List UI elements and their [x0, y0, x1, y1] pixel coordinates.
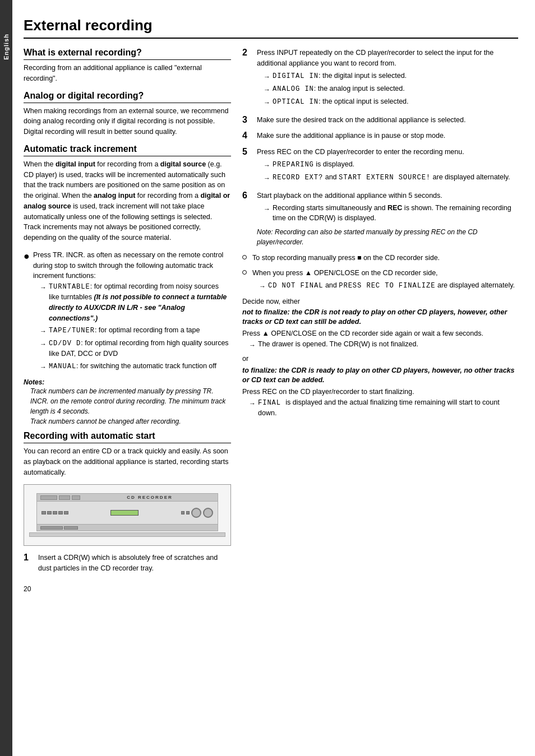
bullet-list: ● Press TR. INCR. as often as necessary … [24, 250, 231, 374]
arrow-drawer-opened: → The drawer is opened. The CDR(W) is no… [249, 339, 518, 350]
arrow-icon: → [264, 85, 270, 95]
cd-not-final-text: CD NOT FINAL and PRESS REC TO FINALIZE a… [268, 280, 515, 291]
two-column-layout: What is external recording? Recording fr… [24, 48, 518, 593]
arrow-icon: → [40, 282, 47, 293]
notes-body: Track numbers can be incremented manuall… [30, 386, 231, 426]
tr-incr-text: Press TR. INCR. as often as necessary on… [33, 251, 224, 280]
open-close-arrows: → CD NOT FINAL and PRESS REC TO FINALIZE… [252, 280, 518, 291]
stop-text: To stop recording manually press ■ on th… [252, 254, 440, 262]
decide-finalize: to finalize: the CDR is ready to play on… [242, 366, 518, 419]
step-6: 6 Start playback on the additional appli… [242, 191, 518, 247]
step-6-note: Note: Recording can also be started manu… [257, 227, 518, 247]
step-6-arrows: → Recording starts simultaneously and RE… [257, 203, 518, 224]
analog-digital-text: When making recordings from an external … [24, 106, 231, 137]
note-2: Track numbers cannot be changed after re… [30, 416, 231, 426]
cd-recorder-image: CD RECORDER [24, 484, 231, 546]
bullet-content-tr-incr: Press TR. INCR. as often as necessary on… [33, 250, 231, 374]
step-2-content: Press INPUT repeatedly on the CD player/… [257, 48, 518, 109]
step-5-arrows: → PREPARING is displayed. → RECORD EXT? … [257, 159, 518, 183]
step-3-text: Make sure the desired track on the addit… [257, 116, 465, 124]
step-4-num: 4 [242, 131, 252, 141]
arrow-icon: → [264, 98, 270, 108]
step-5-content: Press REC on the CD player/recorder to e… [257, 147, 518, 185]
arrow-icon: → [264, 160, 270, 170]
auto-start-text: You can record an entire CD or a track q… [24, 446, 231, 477]
step-2-num: 2 [242, 48, 252, 58]
step-5-num: 5 [242, 147, 252, 157]
arrow-icon: → [249, 340, 256, 350]
page-container: English External recording What is exter… [0, 0, 535, 756]
step-6-num: 6 [242, 191, 252, 201]
arrow-tape-tuner: → TAPE/TUNER: for optimal recording from… [40, 325, 231, 336]
finalize-body-1: Press REC on the CD player/recorder to s… [242, 388, 518, 396]
note-1: Track numbers can be incremented manuall… [30, 386, 231, 416]
step-3: 3 Make sure the desired track on the add… [242, 115, 518, 126]
arrow-icon: → [264, 173, 270, 183]
turntable-text: TURNTABLE: for optimal recording from no… [49, 281, 231, 323]
arrow-icon: → [264, 72, 270, 82]
analog-in-text: ANALOG IN: the analog input is selected. [273, 84, 405, 94]
arrow-icon: → [249, 398, 256, 409]
open-close-text: When you press ▲ OPEN/CLOSE on the CD re… [252, 269, 438, 277]
arrow-cd-not-final: → CD NOT FINAL and PRESS REC TO FINALIZE… [259, 280, 518, 291]
preparing-text: PREPARING is displayed. [273, 159, 354, 170]
sidebar: English [0, 0, 12, 756]
what-is-text: Recording from an additional appliance i… [24, 63, 231, 84]
arrow-icon: → [40, 339, 47, 349]
section-title-auto-track: Automatic track increment [24, 144, 231, 156]
section-title-auto-start: Recording with automatic start [24, 431, 231, 443]
arrow-icon: → [259, 281, 266, 291]
arrow-digital-in: → DIGITAL IN: the digital input is selec… [264, 71, 518, 82]
finalize-heading: to finalize: the CDR is ready to play on… [242, 366, 518, 386]
step-5-text: Press REC on the CD player/recorder to e… [257, 148, 464, 156]
page-title: External recording [24, 17, 518, 39]
recording-starts-text: Recording starts simultaneously and REC … [273, 203, 518, 224]
notes-title: Notes: [24, 378, 231, 386]
right-column: 2 Press INPUT repeatedly on the CD playe… [242, 48, 518, 593]
step-2: 2 Press INPUT repeatedly on the CD playe… [242, 48, 518, 109]
main-content: External recording What is external reco… [12, 0, 535, 756]
manual-text: MANUAL: for switching the automatic trac… [49, 361, 216, 372]
section-body-auto-track: When the digital input for recording fro… [24, 159, 231, 243]
digital-in-text: DIGITAL IN: the digital input is selecte… [273, 71, 407, 81]
arrow-icon: → [40, 362, 47, 372]
cd-recorder-label: CD RECORDER [82, 495, 218, 500]
arrow-optical-in: → OPTICAL IN: the optical input is selec… [264, 96, 518, 108]
step-3-content: Make sure the desired track on the addit… [257, 115, 518, 126]
bullet-item-tr-incr: ● Press TR. INCR. as often as necessary … [24, 250, 231, 374]
step-6-text: Start playback on the additional applian… [257, 192, 442, 200]
section-body-what-is: Recording from an additional appliance i… [24, 63, 231, 84]
step-5: 5 Press REC on the CD player/recorder to… [242, 147, 518, 185]
step-2-arrows: → DIGITAL IN: the digital input is selec… [257, 71, 518, 108]
open-bullet-stop: To stop recording manually press ■ on th… [242, 253, 518, 263]
cd-dvd-text: CD/DV D: for optimal recording from high… [49, 338, 231, 359]
section-title-analog-digital: Analog or digital recording? [24, 91, 231, 103]
step-4: 4 Make sure the additional appliance is … [242, 131, 518, 141]
arrow-turntable: → TURNTABLE: for optimal recording from … [40, 281, 231, 323]
step-1-text: Insert a CDR(W) which is absolutely free… [38, 554, 218, 572]
section-body-analog-digital: When making recordings from an external … [24, 106, 231, 137]
drawer-opened-text: The drawer is opened. The CDR(W) is not … [258, 339, 418, 350]
step-3-num: 3 [242, 115, 252, 125]
open-bullet-icon [242, 270, 247, 275]
arrow-record-ext: → RECORD EXT? and START EXTERN SOURCE! a… [264, 172, 518, 183]
open-bullet-open-close-content: When you press ▲ OPEN/CLOSE on the CD re… [252, 268, 518, 293]
step-1-content: Insert a CDR(W) which is absolutely free… [38, 553, 231, 574]
not-finalize-body-1: Press ▲ OPEN/CLOSE on the CD recorder si… [242, 330, 518, 337]
open-bullet-open-close: When you press ▲ OPEN/CLOSE on the CD re… [242, 268, 518, 293]
notes-section: Notes: Track numbers can be incremented … [24, 378, 231, 426]
arrow-manual: → MANUAL: for switching the automatic tr… [40, 361, 231, 372]
arrow-analog-in: → ANALOG IN: the analog input is selecte… [264, 84, 518, 95]
auto-track-intro: When the digital input for recording fro… [24, 159, 231, 243]
arrow-final: → FINAL is displayed and the actual fina… [249, 397, 518, 419]
arrow-icon: → [40, 326, 47, 336]
not-finalize-heading: not to finalize: the CDR is not ready to… [242, 308, 518, 327]
section-body-auto-start: You can record an entire CD or a track q… [24, 446, 231, 477]
page-number: 20 [24, 585, 231, 593]
section-title-what-is: What is external recording? [24, 48, 231, 60]
step-4-content: Make sure the additional appliance is in… [257, 131, 518, 141]
open-bullet-icon [242, 255, 247, 259]
arrow-preparing: → PREPARING is displayed. [264, 159, 518, 170]
step-4-text: Make sure the additional appliance is in… [257, 132, 445, 140]
step-1: 1 Insert a CDR(W) which is absolutely fr… [24, 553, 231, 574]
